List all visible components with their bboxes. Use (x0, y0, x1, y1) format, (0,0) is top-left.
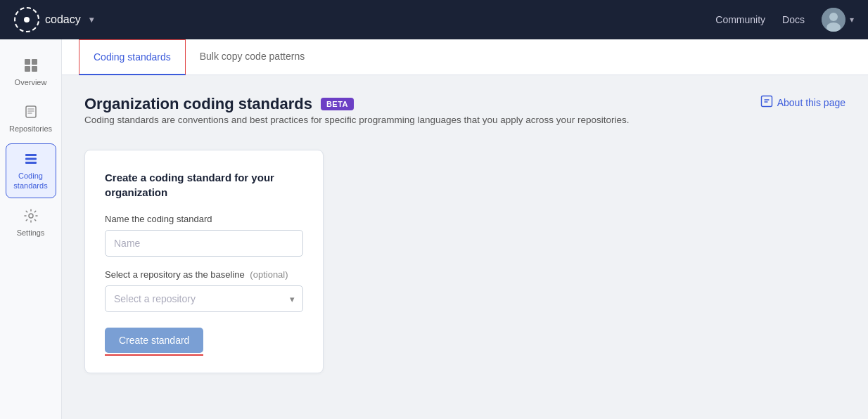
create-standard-button[interactable]: Create standard (105, 328, 203, 353)
repositories-icon (23, 104, 39, 122)
tabs-bar: Coding standards Bulk copy code patterns (62, 39, 868, 75)
main-content: Coding standards Bulk copy code patterns… (62, 39, 868, 419)
card-title: Create a coding standard for your organi… (105, 170, 303, 200)
svg-rect-6 (32, 66, 37, 72)
page-title: Organization coding standards (84, 95, 312, 113)
create-standard-card: Create a coding standard for your organi… (84, 150, 324, 373)
sidebar-label-settings: Settings (17, 228, 45, 238)
about-page-label: About this page (777, 97, 845, 108)
brand-chevron-icon: ▾ (89, 15, 94, 25)
svg-rect-5 (25, 66, 30, 72)
user-menu[interactable]: ▾ (822, 8, 854, 32)
app-layout: Overview Repositories Coding standards S… (0, 39, 868, 419)
brand-name: codacy (45, 13, 81, 26)
navbar-right: Community Docs ▾ (715, 8, 854, 32)
repo-select[interactable]: Select a repository (105, 285, 303, 312)
svg-rect-12 (761, 96, 772, 107)
optional-text: (optional) (250, 269, 288, 280)
tab-bulk-copy[interactable]: Bulk copy code patterns (186, 39, 319, 75)
svg-rect-10 (25, 162, 37, 164)
docs-link[interactable]: Docs (782, 14, 805, 25)
page-description: Coding standards are conventions and bes… (84, 113, 629, 127)
sidebar: Overview Repositories Coding standards S… (0, 39, 62, 419)
page-content: Organization coding standards BETA Codin… (62, 75, 868, 393)
about-page-link[interactable]: About this page (760, 95, 845, 110)
about-icon (760, 95, 773, 110)
page-title-row: Organization coding standards BETA (84, 95, 629, 113)
svg-rect-7 (26, 106, 36, 117)
svg-point-11 (29, 214, 33, 218)
svg-rect-4 (32, 59, 37, 65)
svg-rect-8 (25, 154, 37, 156)
settings-icon (23, 208, 39, 226)
svg-point-1 (829, 13, 838, 21)
community-link[interactable]: Community (715, 14, 765, 25)
logo-icon (14, 7, 39, 32)
sidebar-item-overview[interactable]: Overview (6, 51, 56, 94)
sidebar-label-repositories: Repositories (9, 124, 52, 134)
svg-rect-9 (25, 158, 37, 160)
avatar (822, 8, 845, 32)
name-input[interactable] (105, 230, 303, 257)
beta-badge: BETA (321, 98, 354, 110)
sidebar-label-coding-standards: Coding standards (11, 172, 51, 190)
coding-standards-icon (23, 151, 39, 169)
sidebar-item-repositories[interactable]: Repositories (6, 97, 56, 141)
svg-rect-3 (25, 59, 30, 65)
avatar-chevron-icon: ▾ (850, 15, 854, 25)
brand-logo[interactable]: codacy ▾ (14, 7, 94, 32)
overview-icon (23, 58, 39, 75)
sidebar-item-coding-standards[interactable]: Coding standards (6, 143, 56, 198)
tab-coding-standards[interactable]: Coding standards (79, 39, 186, 75)
repo-label: Select a repository as the baseline (opt… (105, 269, 303, 280)
name-label: Name the coding standard (105, 214, 303, 224)
page-header: Organization coding standards BETA Codin… (84, 95, 845, 144)
sidebar-label-overview: Overview (15, 78, 47, 87)
navbar: codacy ▾ Community Docs ▾ (0, 0, 868, 39)
repo-select-wrapper: Select a repository ▾ (105, 285, 303, 312)
sidebar-item-settings[interactable]: Settings (6, 201, 56, 245)
